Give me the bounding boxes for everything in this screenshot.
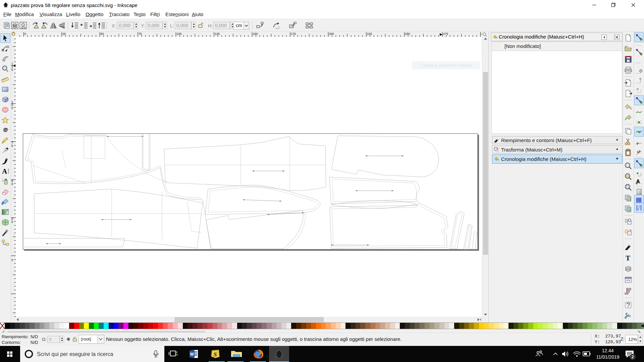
svg-text:S: S <box>214 351 217 358</box>
svg-text:5: 5 <box>11 220 13 224</box>
svg-text:0: 0 <box>11 258 13 262</box>
svg-text:W: W <box>190 352 194 357</box>
svg-text:50: 50 <box>101 32 104 36</box>
svg-text:12.44: 12.44 <box>602 348 613 353</box>
svg-text:100: 100 <box>177 32 182 36</box>
svg-text:250: 250 <box>405 32 410 36</box>
svg-text:2: 2 <box>631 354 634 359</box>
svg-text:275: 275 <box>443 32 448 36</box>
svg-text:A: A <box>2 167 7 175</box>
svg-text:Scrivi qui per eseguire la ric: Scrivi qui per eseguire la ricerca <box>37 351 113 357</box>
svg-text:125: 125 <box>215 32 220 36</box>
svg-text:0: 0 <box>11 182 13 186</box>
svg-text:200: 200 <box>329 32 334 36</box>
svg-text:5: 5 <box>11 68 13 71</box>
svg-text:<>: <> <box>626 279 630 283</box>
svg-text:0: 0 <box>24 32 26 36</box>
svg-text:225: 225 <box>367 32 372 36</box>
svg-text:0: 0 <box>11 106 13 110</box>
svg-text:175: 175 <box>291 32 296 36</box>
svg-text:T: T <box>626 254 630 262</box>
svg-text:25: 25 <box>62 32 66 36</box>
svg-text:5: 5 <box>11 144 13 147</box>
svg-text:150: 150 <box>253 32 258 36</box>
svg-text:11/01/2019: 11/01/2019 <box>596 354 619 360</box>
svg-text:75: 75 <box>139 32 142 36</box>
svg-text:300: 300 <box>481 32 482 36</box>
